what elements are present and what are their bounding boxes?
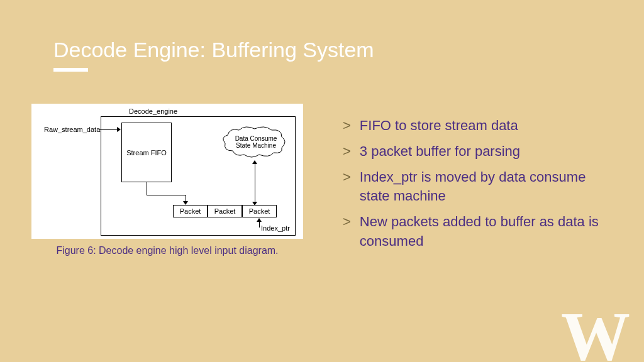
box-packet-2: Packet: [208, 205, 242, 217]
diagram-container: Raw_stream_data Decode_engine Stream FIF…: [31, 104, 303, 256]
bullet-item: > FIFO to store stream data: [343, 116, 607, 136]
arrowhead-icon: [252, 160, 257, 164]
box-packet-1: Packet: [173, 205, 208, 217]
bullet-item: > 3 packet buffer for parsing: [343, 142, 607, 162]
box-stream-fifo: Stream FIFO: [121, 123, 172, 182]
box-packet-3: Packet: [242, 205, 277, 217]
bullet-item: > Index_ptr is moved by data consume sta…: [343, 168, 607, 207]
label-packet: Packet: [249, 207, 270, 215]
connector-fifo-down: [147, 182, 147, 195]
slide-title: Decode Engine: Buffering System: [53, 38, 374, 62]
uw-logo: W: [561, 310, 625, 363]
label-state-machine: Data Consume State Machine: [231, 135, 280, 149]
bullet-list: > FIFO to store stream data > 3 packet b…: [343, 116, 607, 258]
connector-fifo-right: [147, 195, 186, 195]
chevron-icon: >: [343, 168, 351, 187]
label-raw-stream: Raw_stream_data: [44, 126, 100, 133]
label-packet: Packet: [214, 207, 236, 215]
chevron-icon: >: [343, 212, 351, 232]
arrowhead-icon: [257, 218, 262, 222]
bullet-item: > New packets added to buffer as data is…: [343, 212, 607, 251]
connector-packet-cloud: [255, 162, 255, 204]
decode-engine-diagram: Raw_stream_data Decode_engine Stream FIF…: [31, 104, 303, 239]
label-packet: Packet: [180, 207, 201, 215]
bullet-text: 3 packet buffer for parsing: [360, 142, 607, 162]
arrowhead-icon: [252, 202, 257, 206]
chevron-icon: >: [343, 116, 351, 136]
chevron-icon: >: [343, 142, 351, 162]
label-stream-fifo: Stream FIFO: [126, 149, 167, 156]
title-underline: [53, 68, 88, 72]
bullet-text: New packets added to buffer as data is c…: [360, 212, 607, 251]
bullet-text: FIFO to store stream data: [360, 116, 607, 136]
bullet-text: Index_ptr is moved by data consume state…: [360, 168, 607, 207]
label-index-ptr: Index_ptr: [261, 224, 290, 232]
figure-caption: Figure 6: Decode engine high level input…: [31, 245, 303, 256]
label-decode-engine: Decode_engine: [129, 107, 177, 115]
